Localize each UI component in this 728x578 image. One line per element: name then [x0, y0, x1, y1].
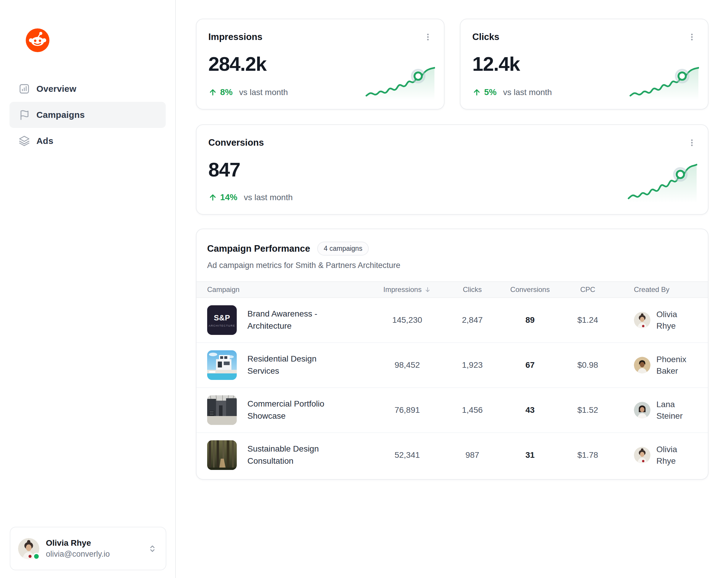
clicks-value: 987 — [443, 450, 502, 460]
campaign-name: Sustainable Design Consultation — [248, 443, 336, 467]
main-content: Impressions 284.2k 8% vs last month — [176, 0, 728, 578]
column-header-cpc: CPC — [558, 285, 617, 294]
avatar-lana-steiner — [634, 402, 650, 419]
table-row[interactable]: Sustainable Design Consultation 52,341 9… — [197, 433, 708, 477]
trend-up-arrow-icon — [208, 88, 217, 97]
sort-descending-icon — [424, 286, 431, 293]
user-menu[interactable]: Olivia Rhye olivia@converly.io — [10, 527, 166, 570]
conversions-value: 43 — [502, 405, 558, 415]
created-by-cell: Olivia Rhye — [617, 444, 697, 467]
sidebar-nav: Overview Campaigns — [9, 76, 166, 154]
cpc-value: $0.98 — [558, 360, 617, 370]
column-header-campaign: Campaign — [207, 285, 372, 294]
section-subtitle: Ad campaign metrics for Smith & Partners… — [207, 261, 697, 270]
online-status-dot — [33, 553, 40, 560]
user-avatar — [18, 538, 40, 559]
stat-change: 8% vs last month — [208, 87, 288, 97]
clicks-value: 2,847 — [443, 316, 502, 325]
campaign-cell: Commercial Portfolio Showcase — [207, 395, 372, 425]
sparkline-chart — [628, 163, 697, 203]
kebab-icon — [687, 32, 697, 42]
campaign-cell: S&P ARCHITECTURE Brand Awareness - Archi… — [207, 305, 372, 335]
campaign-cell: Sustainable Design Consultation — [207, 440, 372, 470]
conversions-value: 89 — [502, 316, 558, 325]
created-by-name: Phoenix Baker — [656, 354, 697, 377]
chevrons-up-down-icon[interactable] — [147, 544, 157, 554]
stat-card-clicks: Clicks 12.4k 5% vs last month — [460, 19, 708, 109]
user-meta: Olivia Rhye olivia@converly.io — [46, 538, 110, 559]
stat-value: 847 — [208, 158, 696, 181]
change-suffix: vs last month — [244, 193, 293, 202]
kebab-menu-button[interactable] — [421, 30, 435, 44]
campaign-name: Brand Awareness - Architecture — [248, 308, 336, 332]
clicks-value: 1,923 — [443, 360, 502, 370]
flag-icon — [19, 109, 30, 121]
created-by-cell: Olivia Rhye — [617, 308, 697, 332]
campaign-thumbnail-sp-logo: S&P ARCHITECTURE — [207, 305, 237, 335]
created-by-name: Olivia Rhye — [656, 444, 697, 467]
sparkline-chart — [629, 66, 699, 100]
column-header-clicks: Clicks — [443, 285, 502, 294]
impressions-value: 145,230 — [372, 316, 443, 325]
sidebar-item-label: Ads — [36, 136, 53, 146]
campaign-cell: Residential Design Services — [207, 350, 372, 380]
stat-change: 5% vs last month — [472, 87, 552, 97]
impressions-value: 76,891 — [372, 405, 443, 415]
column-header-impressions[interactable]: Impressions — [372, 285, 443, 294]
stats-row: Impressions 284.2k 8% vs last month — [196, 19, 708, 109]
stat-title: Clicks — [472, 32, 696, 42]
conversions-value: 67 — [502, 360, 558, 370]
sidebar-item-label: Overview — [36, 84, 76, 94]
dashboard-page: Overview Campaigns — [0, 0, 728, 578]
campaign-name: Commercial Portfolio Showcase — [248, 398, 336, 422]
sidebar-item-overview[interactable]: Overview — [9, 76, 166, 102]
avatar-olivia-rhye — [634, 312, 650, 328]
sidebar-item-ads[interactable]: Ads — [9, 128, 166, 154]
user-name: Olivia Rhye — [46, 538, 110, 548]
change-percent: 8% — [220, 87, 233, 97]
reddit-logo[interactable] — [26, 28, 49, 52]
sidebar-item-campaigns[interactable]: Campaigns — [9, 102, 166, 128]
created-by-name: Lana Steiner — [656, 399, 697, 422]
kebab-icon — [687, 138, 697, 148]
stat-card-impressions: Impressions 284.2k 8% vs last month — [196, 19, 444, 109]
sidebar-item-label: Campaigns — [36, 110, 85, 120]
impressions-value: 98,452 — [372, 360, 443, 370]
table-header-row: Campaign Impressions Clicks Conversions … — [197, 281, 708, 298]
sidebar: Overview Campaigns — [0, 0, 176, 578]
change-percent: 14% — [220, 193, 237, 202]
campaign-thumbnail-forest — [207, 440, 237, 470]
stat-card-conversions: Conversions 847 14% vs last month — [196, 124, 708, 215]
created-by-cell: Phoenix Baker — [617, 354, 697, 377]
table-row[interactable]: S&P ARCHITECTURE Brand Awareness - Archi… — [197, 298, 708, 343]
trend-up-arrow-icon — [472, 88, 481, 97]
layers-icon — [19, 135, 30, 147]
column-header-conversions: Conversions — [502, 285, 558, 294]
column-header-created-by: Created By — [617, 285, 697, 294]
campaign-thumbnail-gallery-interior — [207, 395, 237, 425]
avatar-olivia-rhye — [634, 447, 650, 463]
change-suffix: vs last month — [503, 87, 552, 97]
reddit-snoo-icon — [26, 28, 49, 52]
impressions-value: 52,341 — [372, 450, 443, 460]
table-row[interactable]: Commercial Portfolio Showcase 76,891 1,4… — [197, 388, 708, 433]
clicks-value: 1,456 — [443, 405, 502, 415]
conversions-value: 31 — [502, 450, 558, 460]
stat-title: Conversions — [208, 137, 696, 148]
campaign-performance-card: Campaign Performance 4 campaigns Ad camp… — [196, 229, 708, 480]
campaign-thumbnail-modern-house — [207, 350, 237, 380]
table-row[interactable]: Residential Design Services 98,452 1,923… — [197, 343, 708, 388]
trend-up-arrow-icon — [208, 193, 217, 202]
bar-chart-icon — [19, 83, 30, 95]
sparkline-chart — [365, 66, 435, 100]
campaign-name: Residential Design Services — [248, 353, 336, 377]
change-suffix: vs last month — [239, 87, 288, 97]
cpc-value: $1.52 — [558, 405, 617, 415]
created-by-name: Olivia Rhye — [656, 308, 697, 332]
stat-change: 14% vs last month — [208, 193, 293, 202]
kebab-icon — [423, 32, 433, 42]
campaign-performance-header: Campaign Performance 4 campaigns Ad camp… — [197, 242, 708, 270]
kebab-menu-button[interactable] — [685, 30, 699, 44]
user-email: olivia@converly.io — [46, 550, 110, 559]
kebab-menu-button[interactable] — [685, 135, 699, 150]
